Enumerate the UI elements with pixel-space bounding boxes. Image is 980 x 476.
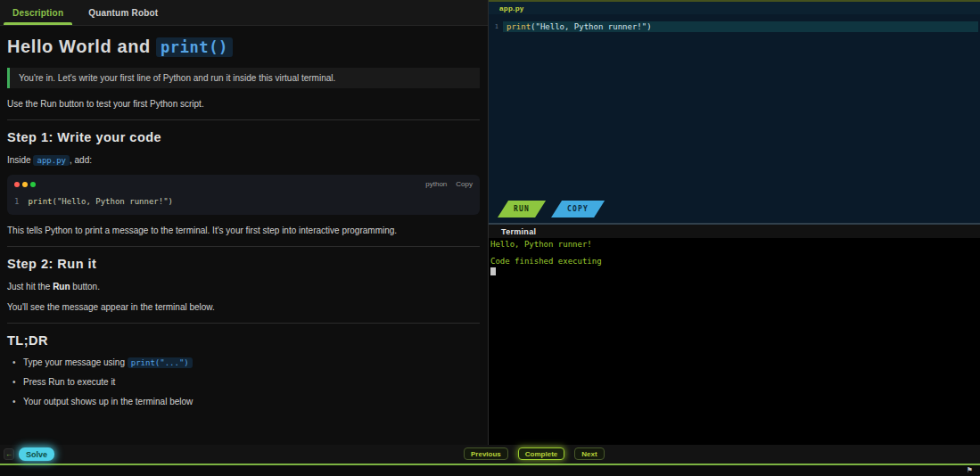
tldr-item-1-text: Type your message using — [23, 357, 128, 367]
back-arrow-icon: ← — [5, 450, 12, 458]
yellow-dot-icon — [22, 182, 28, 187]
line-number: 1 — [14, 197, 19, 206]
lesson-panel: Description Quantum Robot Hello World an… — [0, 0, 489, 445]
run-bold-text: Run — [53, 282, 70, 291]
workspace-panel: app.py 1 print("Hello, Python runner!") … — [489, 0, 980, 445]
solve-button[interactable]: Solve — [19, 447, 54, 461]
window-dots-icon — [14, 182, 36, 187]
code-snippet-header: python Copy — [7, 175, 480, 192]
bottom-toolbar: ← Solve Previous Complete Next — [0, 445, 980, 465]
terminal-cursor — [490, 267, 496, 275]
step2-heading: Step 2: Run it — [7, 257, 480, 271]
next-button[interactable]: Next — [574, 447, 604, 460]
app-window: Description Quantum Robot Hello World an… — [0, 0, 980, 476]
tldr-item-1: Type your message using print("...") — [12, 357, 480, 367]
step2-line1-prefix: Just hit the — [7, 282, 53, 291]
editor-active-line[interactable]: print("Hello, Python runner!") — [503, 21, 978, 32]
intro-callout: You're in. Let's write your first line o… — [7, 68, 480, 88]
complete-button[interactable]: Complete — [518, 447, 564, 460]
page-title-text: Hello World and — [7, 37, 156, 56]
copy-button[interactable]: COPY — [551, 201, 605, 217]
code-snippet-body: 1print("Hello, Python runner!") — [7, 192, 480, 215]
tldr-item-3: Your output shows up in the terminal bel… — [12, 397, 480, 406]
tldr-heading: TL;DR — [7, 333, 480, 348]
print-inline-code: print("...") — [128, 357, 193, 368]
tldr-list: Type your message using print("...") Pre… — [12, 357, 480, 406]
tab-description[interactable]: Description — [0, 0, 76, 25]
code-editor[interactable]: 1 print("Hello, Python runner!") RUN COP… — [489, 14, 980, 223]
step2-line1: Just hit the Run button. — [7, 281, 480, 293]
divider — [7, 119, 480, 120]
step1-instruction: Inside app.py, add: — [7, 154, 480, 167]
tab-quantum-robot[interactable]: Quantum Robot — [76, 0, 170, 25]
page-title-code: print() — [156, 37, 233, 57]
run-button[interactable]: RUN — [498, 201, 546, 217]
previous-button[interactable]: Previous — [464, 447, 508, 460]
step1-explanation: This tells Python to print a message to … — [7, 225, 480, 237]
step1-instruction-suffix: , add: — [70, 155, 92, 165]
main-split: Description Quantum Robot Hello World an… — [0, 0, 980, 445]
tab-app-py[interactable]: app.py — [499, 4, 524, 12]
editor-line-1[interactable]: 1 print("Hello, Python runner!") — [489, 21, 980, 32]
step1-heading: Step 1: Write your code — [7, 130, 480, 144]
tldr-item-2: Press Run to execute it — [12, 377, 480, 387]
terminal-section: Terminal Hello, Python runner! Code fini… — [489, 223, 980, 445]
editor-line-number: 1 — [489, 23, 503, 30]
terminal-title: Terminal — [501, 227, 536, 236]
divider — [7, 246, 480, 247]
code-keyword: print — [28, 197, 52, 206]
editor-actions: RUN COPY — [498, 201, 605, 217]
terminal-line: Code finished executing — [490, 258, 980, 267]
terminal-cursor-line — [490, 267, 980, 278]
step2-line2: You'll see the message appear in the ter… — [7, 301, 480, 314]
lesson-content: Hello World and print() You're in. Let's… — [0, 26, 488, 445]
copy-code-button[interactable]: Copy — [456, 180, 473, 188]
step1-instruction-prefix: Inside — [7, 155, 33, 165]
page-title: Hello World and print() — [7, 37, 480, 57]
flag-icon[interactable]: ⚑ — [967, 467, 973, 474]
code-rest: ("Hello, Python runner!") — [53, 197, 173, 206]
lesson-nav: Previous Complete Next — [464, 447, 605, 460]
intro-paragraph: Use the Run button to test your first Py… — [7, 98, 480, 111]
editor-code-rest: ("Hello, Python runner!") — [531, 22, 651, 31]
terminal-output[interactable]: Hello, Python runner! Code finished exec… — [489, 238, 980, 445]
terminal-line: Hello, Python runner! — [490, 241, 980, 250]
terminal-header: Terminal — [489, 225, 980, 238]
red-dot-icon — [14, 182, 20, 187]
app-py-inline-code: app.py — [33, 155, 70, 166]
status-strip: ⚑ — [0, 465, 980, 476]
lesson-tabbar: Description Quantum Robot — [0, 0, 488, 26]
editor-keyword: print — [506, 22, 531, 31]
editor-tabbar: app.py — [489, 2, 980, 14]
divider — [7, 323, 480, 324]
green-dot-icon — [30, 182, 36, 187]
code-language-label: python — [425, 180, 447, 188]
step2-line1-suffix: button. — [70, 282, 100, 291]
back-button[interactable]: ← — [4, 448, 14, 460]
code-snippet-block: python Copy 1print("Hello, Python runner… — [7, 175, 480, 215]
